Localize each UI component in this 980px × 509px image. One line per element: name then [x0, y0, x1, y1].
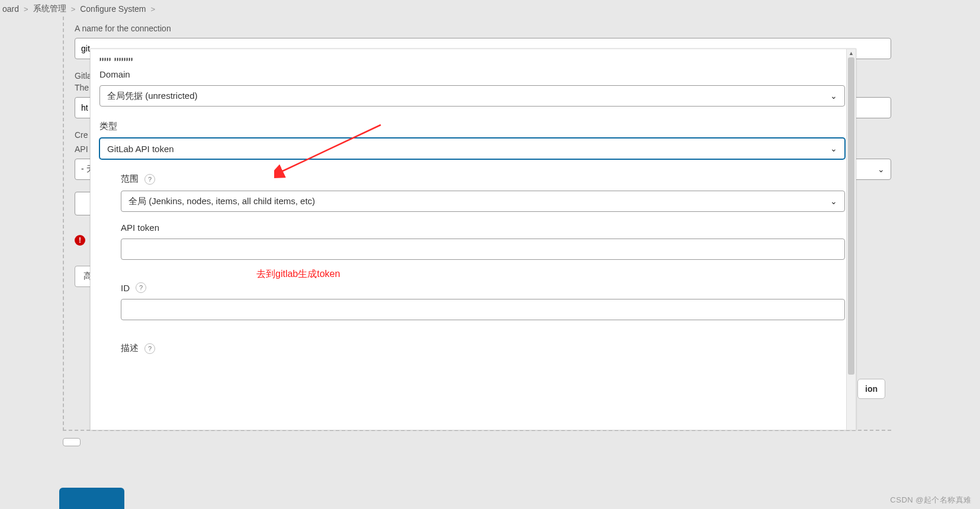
- id-label: ID: [121, 283, 130, 293]
- save-button[interactable]: [59, 488, 124, 509]
- id-input[interactable]: [121, 299, 845, 320]
- scroll-up-icon[interactable]: ▲: [846, 49, 856, 57]
- scope-select[interactable]: 全局 (Jenkins, nodes, items, all child ite…: [121, 191, 845, 212]
- breadcrumb-item[interactable]: 系统管理: [33, 4, 66, 14]
- watermark: CSDN @起个名称真难: [890, 495, 972, 505]
- connection-name-label: A name for the connection: [75, 24, 891, 33]
- help-icon[interactable]: ?: [136, 282, 146, 293]
- credentials-modal: ▲ יייייייי ייייי Domain 全局凭据 (unrestrict…: [90, 49, 856, 430]
- chevron-right-icon: >: [71, 5, 76, 14]
- domain-label: Domain: [99, 69, 845, 79]
- scrollbar[interactable]: [846, 57, 856, 430]
- bottom-button[interactable]: [63, 438, 81, 446]
- domain-select[interactable]: 全局凭据 (unrestricted) ⌄: [99, 85, 845, 107]
- api-token-label: API token: [121, 223, 845, 233]
- error-icon: !: [75, 235, 85, 246]
- select-value: 全局凭据 (unrestricted): [107, 91, 198, 102]
- chevron-right-icon: >: [24, 5, 28, 14]
- chevron-down-icon: ⌄: [830, 196, 837, 206]
- help-icon[interactable]: ?: [144, 174, 155, 185]
- breadcrumb-item[interactable]: Configure System: [80, 4, 146, 14]
- description-label: 描述: [121, 343, 139, 354]
- type-label: 类型: [99, 121, 845, 132]
- breadcrumb-item[interactable]: oard: [2, 4, 19, 14]
- select-value: 全局 (Jenkins, nodes, items, all child ite…: [128, 196, 315, 207]
- chevron-down-icon: ⌄: [830, 144, 837, 153]
- ion-button[interactable]: ion: [857, 379, 885, 399]
- modal-header: יייייייי ייייי: [99, 55, 845, 65]
- chevron-right-icon: >: [151, 5, 156, 14]
- chevron-down-icon: ⌄: [878, 165, 885, 174]
- api-token-note: 去到gitlab生成token: [256, 268, 340, 281]
- select-value: GitLab API token: [107, 144, 174, 154]
- scrollbar-thumb[interactable]: [848, 57, 854, 375]
- api-token-input[interactable]: [121, 239, 845, 260]
- breadcrumb: oard > 系统管理 > Configure System >: [0, 0, 980, 18]
- scope-label: 范围: [121, 173, 139, 185]
- chevron-down-icon: ⌄: [830, 91, 837, 101]
- help-icon[interactable]: ?: [144, 343, 155, 354]
- type-select[interactable]: GitLab API token ⌄: [99, 138, 845, 159]
